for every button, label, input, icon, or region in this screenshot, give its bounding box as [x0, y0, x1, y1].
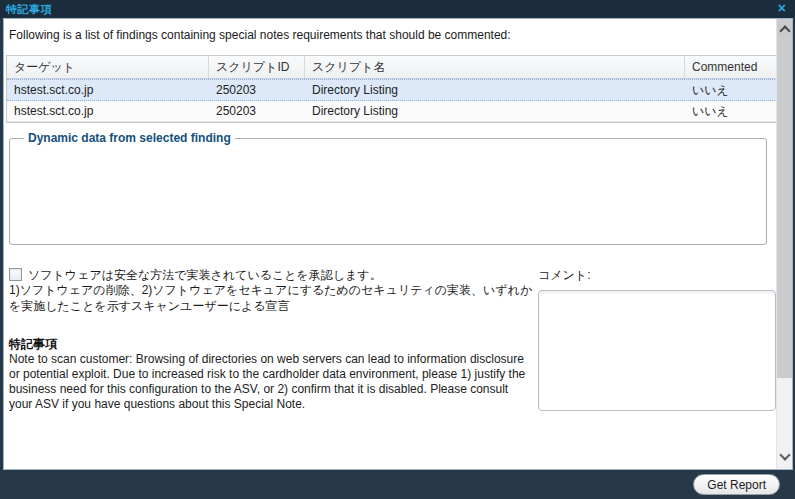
dialog-titlebar: 特記事項 ×: [0, 0, 795, 18]
cell-commented: いいえ: [685, 80, 777, 100]
attestation-description: 1)ソフトウェアの削除、2)ソフトウェアをセキュアにするためのセキュリティの実装…: [9, 282, 533, 314]
comment-label: コメント:: [538, 267, 590, 284]
column-header-target[interactable]: ターゲット: [7, 56, 209, 78]
cell-target: hstest.sct.co.jp: [7, 101, 209, 121]
cell-commented: いいえ: [685, 101, 777, 121]
scrollbar-thumb[interactable]: [777, 19, 792, 378]
attestation-checkbox[interactable]: [9, 268, 22, 281]
comment-input[interactable]: [538, 290, 776, 411]
dialog-footer: Get Report: [0, 470, 795, 499]
table-body: hstest.sct.co.jp 250203 Directory Listin…: [7, 79, 777, 122]
vertical-scrollbar[interactable]: [776, 19, 792, 469]
table-header-row: ターゲット スクリプトID スクリプト名 Commented: [7, 56, 777, 79]
cell-script-id: 250203: [209, 101, 305, 121]
special-note-heading: 特記事項: [9, 336, 57, 353]
column-header-script-id[interactable]: スクリプトID: [209, 56, 305, 78]
special-note-body: Note to scan customer: Browsing of direc…: [9, 352, 531, 412]
table-row[interactable]: hstest.sct.co.jp 250203 Directory Listin…: [7, 101, 777, 122]
table-row[interactable]: hstest.sct.co.jp 250203 Directory Listin…: [7, 79, 777, 101]
dialog-content: Following is a list of findings containi…: [3, 18, 793, 470]
cell-script-name: Directory Listing: [305, 80, 685, 100]
column-header-commented[interactable]: Commented: [685, 56, 777, 78]
scroll-down-icon[interactable]: [779, 449, 790, 460]
cell-script-id: 250203: [209, 80, 305, 100]
special-notes-dialog: 特記事項 × Following is a list of findings c…: [0, 0, 795, 499]
dynamic-data-panel: Dynamic data from selected finding: [9, 131, 767, 245]
intro-text: Following is a list of findings containi…: [9, 28, 511, 42]
cell-script-name: Directory Listing: [305, 101, 685, 121]
column-header-script-name[interactable]: スクリプト名: [305, 56, 685, 78]
cell-target: hstest.sct.co.jp: [7, 80, 209, 100]
dialog-title: 特記事項: [6, 2, 52, 17]
dynamic-data-legend: Dynamic data from selected finding: [24, 131, 235, 145]
close-icon[interactable]: ×: [778, 0, 786, 17]
findings-table: ターゲット スクリプトID スクリプト名 Commented hstest.sc…: [6, 55, 778, 123]
get-report-button[interactable]: Get Report: [693, 474, 780, 495]
